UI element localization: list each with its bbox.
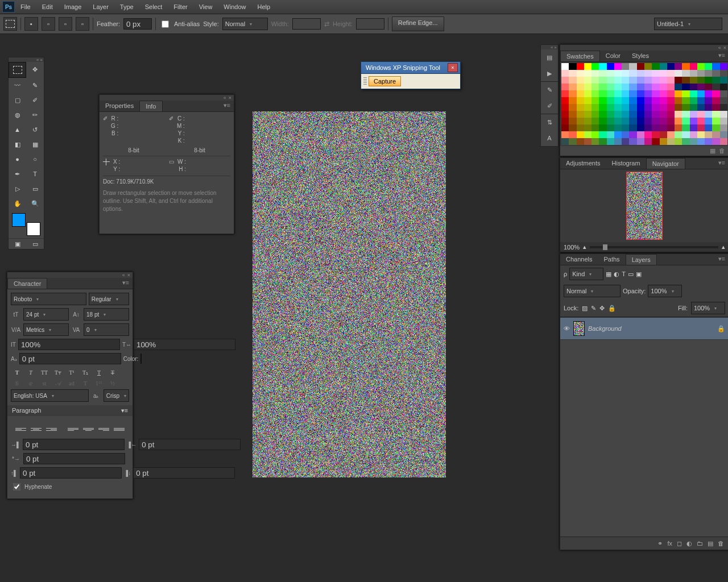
tab-paragraph[interactable]: Paragraph [12,407,41,414]
fill-dropdown[interactable]: 100% [691,302,725,314]
zoom-slider[interactable] [590,246,718,248]
swatch[interactable] [584,118,592,124]
swatch[interactable] [644,111,652,118]
close-button[interactable]: × [448,63,458,72]
swatch[interactable] [675,90,682,97]
brush-panel-icon[interactable]: ✎ [541,82,558,98]
swatch[interactable] [637,84,644,90]
swatch[interactable] [577,138,584,145]
swatch[interactable] [712,104,719,111]
swatch[interactable] [607,138,614,145]
swatch[interactable] [720,84,727,90]
swatch[interactable] [614,104,622,111]
swatch[interactable] [614,63,622,70]
swatch[interactable] [690,104,697,111]
swatch[interactable] [629,90,636,97]
swatch[interactable] [614,84,622,90]
swatch[interactable] [705,124,712,131]
swatch[interactable] [644,90,652,97]
stylistic-button[interactable]: ad [67,380,77,387]
kerning-dropdown[interactable]: Metrics [23,323,69,336]
bold-button[interactable]: T [12,369,22,376]
align-center-button[interactable] [30,423,43,435]
swatch[interactable] [622,124,629,131]
path-select-tool[interactable]: ▷ [9,181,26,196]
swatch[interactable] [720,111,727,118]
swatch[interactable] [607,131,614,138]
swatch[interactable] [720,70,727,77]
swatch[interactable] [682,131,689,138]
swatch[interactable] [675,131,682,138]
crop-tool[interactable]: ▢ [9,93,26,107]
swatch[interactable] [622,77,629,84]
swatch[interactable] [629,77,636,84]
antialias-checkbox[interactable] [162,20,169,28]
flyout-icon[interactable]: ▾≡ [715,51,728,61]
swatch[interactable] [622,131,629,138]
swatch[interactable] [667,104,675,111]
swatch[interactable] [660,138,667,145]
clone-source-icon[interactable]: ⇅ [541,114,558,130]
swatch[interactable] [629,138,636,145]
swatch[interactable] [592,70,599,77]
swatch[interactable] [607,90,614,97]
swatch[interactable] [660,104,667,111]
swatch[interactable] [584,131,592,138]
new-layer-icon[interactable]: ▤ [708,540,713,547]
selection-new-icon[interactable]: ▪ [24,17,38,31]
swatch[interactable] [577,90,584,97]
tab-layers[interactable]: Layers [626,254,657,265]
filter-adjust-icon[interactable]: ◐ [614,271,619,278]
swatch[interactable] [629,111,636,118]
menu-help[interactable]: Help [251,0,276,14]
lock-position-icon[interactable]: ✥ [599,305,605,312]
swatch[interactable] [720,63,727,70]
swatch[interactable] [561,124,569,131]
swatch[interactable] [569,97,576,104]
swatch[interactable] [561,138,569,145]
swash-button[interactable]: 𝒜 [53,380,63,387]
swatch[interactable] [690,111,697,118]
swatch[interactable] [697,90,705,97]
swatch[interactable] [705,77,712,84]
tab-color[interactable]: Color [600,51,626,61]
swatch[interactable] [569,124,576,131]
swatch[interactable] [667,84,675,90]
swatch[interactable] [682,77,689,84]
zoom-tool[interactable]: 🔍 [26,196,44,211]
swatch[interactable] [577,70,584,77]
indent-right-input[interactable] [139,439,241,450]
swatch[interactable] [561,84,569,90]
swatch[interactable] [660,84,667,90]
lock-all-icon[interactable]: 🔒 [608,305,616,312]
antialias-dropdown[interactable]: Crisp [104,389,129,402]
close-icon[interactable]: × [229,95,231,101]
swatch[interactable] [644,124,652,131]
filter-smart-icon[interactable]: ▣ [636,271,642,278]
swatch[interactable] [561,70,569,77]
swatch[interactable] [569,84,576,90]
swatch[interactable] [629,124,636,131]
swatch[interactable] [592,138,599,145]
menu-view[interactable]: View [193,0,218,14]
swatch[interactable] [720,124,727,131]
swatch[interactable] [660,90,667,97]
swatch[interactable] [607,63,614,70]
snipping-tool-window[interactable]: Windows XP Snipping Tool × Capture [361,61,461,89]
swatch[interactable] [667,131,675,138]
swatch[interactable] [690,97,697,104]
swatch[interactable] [592,77,599,84]
flyout-icon[interactable]: ▾≡ [119,278,133,289]
swatch[interactable] [584,90,592,97]
quickmask-icon[interactable]: ▣ [15,240,20,248]
dodge-tool[interactable]: ○ [26,152,44,167]
swatch[interactable] [584,77,592,84]
layer-name[interactable]: Background [588,325,622,332]
swatch[interactable] [599,118,606,124]
swatch[interactable] [577,63,584,70]
swatch[interactable] [652,70,659,77]
swatch[interactable] [697,77,705,84]
allcaps-button[interactable]: TT [39,369,49,376]
swatch[interactable] [577,124,584,131]
pen-tool[interactable]: ✒ [9,167,26,181]
